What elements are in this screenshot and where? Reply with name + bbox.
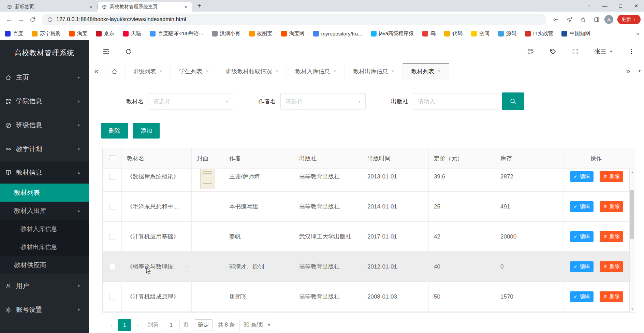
search-button[interactable] <box>502 92 524 110</box>
tag-icon[interactable] <box>549 48 557 55</box>
browser-tab[interactable]: 新标签页× <box>3 2 98 12</box>
tab-close-icon[interactable]: × <box>391 69 394 74</box>
bookmark-item[interactable]: IT实战营 <box>525 30 553 37</box>
author-name-select[interactable]: 请选择 ▼ <box>280 93 366 110</box>
scrollbar-down-icon[interactable]: ▼ <box>630 307 635 312</box>
sidebar-item-教材出库信息[interactable]: 教材出库信息 <box>0 238 89 256</box>
delete-row-button[interactable]: 删除 <box>600 171 623 182</box>
table-row[interactable]: 《计算机组成原理》唐朔飞高等教育出版社2008-01-03501570编辑删除 <box>103 282 629 312</box>
browser-tab[interactable]: 高校教材管理系统主页× <box>98 2 192 12</box>
sidebar-item-教材入出库[interactable]: 教材入出库▲ <box>0 202 89 220</box>
bookmark-item[interactable]: 改图宝 <box>249 30 273 37</box>
browser-update-button[interactable]: 更新 <box>617 15 641 24</box>
publisher-input[interactable]: 请输入 <box>413 93 498 110</box>
edit-button[interactable]: 编辑 <box>570 261 594 272</box>
prev-page-icon[interactable]: ‹ <box>108 321 115 329</box>
page-tab-班级列表[interactable]: 班级列表× <box>125 63 171 80</box>
send-icon[interactable] <box>564 14 575 25</box>
window-maximize-button[interactable] <box>613 0 628 12</box>
sidebar-item-教材列表[interactable]: 教材列表 <box>0 184 89 202</box>
edit-button[interactable]: 编辑 <box>570 291 594 302</box>
delete-row-button[interactable]: 删除 <box>600 201 623 212</box>
user-menu[interactable]: 张三 ▼ <box>594 47 613 56</box>
more-vertical-icon[interactable] <box>628 48 635 55</box>
bookmark-star-icon[interactable] <box>577 14 589 25</box>
bookmark-item[interactable]: 淘宝 <box>69 30 87 37</box>
sidebar-item-教材入库信息[interactable]: 教材入库信息 <box>0 220 89 238</box>
next-page-icon[interactable]: › <box>134 321 141 329</box>
bookmark-item[interactable]: 百度翻译-200种语... <box>150 30 203 37</box>
delete-row-button[interactable]: 删除 <box>600 261 623 272</box>
table-row[interactable]: 《概率论与数理统.郭满才、徐钊高等教育出版社2012-01-01400编辑删除 <box>103 252 629 282</box>
refresh-icon[interactable] <box>125 48 132 55</box>
back-icon[interactable]: ← <box>3 14 15 25</box>
expand-row-icon[interactable] <box>185 264 189 269</box>
collapse-menu-icon[interactable] <box>102 48 110 55</box>
bookmark-item[interactable]: 源码 <box>498 30 516 37</box>
tab-close-icon[interactable]: × <box>183 4 189 10</box>
palette-icon[interactable] <box>527 48 534 55</box>
forward-icon[interactable]: → <box>15 14 27 25</box>
browser-profile-avatar[interactable] <box>604 15 613 24</box>
key-icon[interactable] <box>550 14 561 25</box>
scrollbar-thumb[interactable] <box>630 190 634 239</box>
sidebar-item-账号设置[interactable]: 账号设置▼ <box>0 298 89 322</box>
bookmark-item[interactable]: 天猫 <box>123 30 141 37</box>
address-bar[interactable]: 127.0.0.1:8848/bookr-layui/src/views/ind… <box>42 14 546 25</box>
bookmarks-overflow-icon[interactable]: » <box>636 30 639 37</box>
side-panel-icon[interactable] <box>591 14 602 25</box>
select-all-checkbox[interactable] <box>109 155 115 161</box>
page-tab-教材列表[interactable]: 教材列表× <box>403 63 449 80</box>
bookmark-item[interactable]: 洪湖小肖 <box>212 30 240 37</box>
tab-close-icon[interactable]: × <box>88 4 94 10</box>
tabs-menu-icon[interactable]: ▼ <box>635 69 644 73</box>
sidebar-item-主页[interactable]: 主页▼ <box>0 66 89 89</box>
scrollbar-up-icon[interactable]: ▲ <box>630 170 635 174</box>
bookmark-item[interactable]: 百度 <box>5 30 23 37</box>
tab-close-icon[interactable]: × <box>159 69 162 74</box>
bookmark-item[interactable]: myrepository/tru... <box>313 31 362 37</box>
row-checkbox[interactable] <box>109 264 115 270</box>
tab-close-icon[interactable]: × <box>275 69 278 74</box>
tab-search-icon[interactable] <box>581 0 597 12</box>
sidebar-item-用户[interactable]: 用户▼ <box>0 274 89 298</box>
table-row[interactable]: 《计算机应用基础》姜帆武汉理工大学出版社2017-01-014220000编辑删… <box>103 222 629 252</box>
confirm-page-button[interactable]: 确定 <box>195 319 213 331</box>
row-checkbox[interactable] <box>109 174 115 180</box>
sidebar-item-学院信息[interactable]: 学院信息▼ <box>0 89 89 113</box>
bookmark-item[interactable]: 淘宝网 <box>281 30 305 37</box>
bookmark-item[interactable]: 空间 <box>471 30 489 37</box>
table-scrollbar[interactable]: ▲ ▼ <box>629 169 635 312</box>
tab-close-icon[interactable]: × <box>333 69 336 74</box>
bookmark-item[interactable]: 京东 <box>96 30 114 37</box>
tabs-scroll-right-icon[interactable]: » <box>621 63 635 79</box>
bookmark-item[interactable]: 代码 <box>444 30 463 37</box>
tab-close-icon[interactable]: × <box>206 69 208 74</box>
window-minimize-button[interactable]: — <box>597 0 613 12</box>
site-info-icon[interactable] <box>47 17 53 23</box>
table-row[interactable]: 《毛泽东思想和中...本书编写组高等教育出版社2014-01-0125491编辑… <box>103 192 629 222</box>
row-checkbox[interactable] <box>109 234 115 240</box>
textbook-name-select[interactable]: 请选择 ▼ <box>148 93 233 110</box>
bookmark-item[interactable]: 中国知网 <box>561 30 590 37</box>
new-tab-button[interactable]: + <box>194 1 204 11</box>
sidebar-item-班级信息[interactable]: 班级信息▼ <box>0 113 89 137</box>
add-button[interactable]: 添加 <box>133 123 160 139</box>
page-tab-教材出库信息[interactable]: 教材出库信息× <box>345 63 403 80</box>
page-tab-学生列表[interactable]: 学生列表× <box>171 63 217 80</box>
row-checkbox[interactable] <box>109 294 115 300</box>
tabs-scroll-left-icon[interactable]: « <box>89 63 104 80</box>
edit-button[interactable]: 编辑 <box>570 231 594 242</box>
reload-icon[interactable] <box>27 14 38 25</box>
sidebar-item-教学计划[interactable]: 教学计划▼ <box>0 137 89 161</box>
page-size-select[interactable]: 30 条/页 ▼ <box>239 319 274 331</box>
delete-row-button[interactable]: 删除 <box>600 291 623 302</box>
delete-row-button[interactable]: 删除 <box>600 231 623 242</box>
sidebar-item-教材供应商[interactable]: 教材供应商 <box>0 256 89 274</box>
page-number-input[interactable]: 1 <box>163 319 180 331</box>
bookmark-item[interactable]: java高级程序猿 <box>371 30 414 37</box>
page-tab-教材入库信息[interactable]: 教材入库信息× <box>287 63 345 80</box>
edit-button[interactable]: 编辑 <box>570 171 594 182</box>
sidebar-item-教材信息[interactable]: 教材信息▲ <box>0 161 89 184</box>
table-row[interactable]: 《数据库系统概论》王珊/萨师煊高等教育出版社2013-01-0139.62872… <box>103 169 629 192</box>
